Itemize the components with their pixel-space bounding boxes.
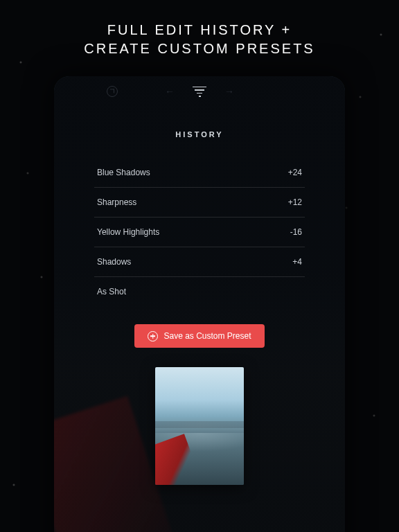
history-row-label: As Shot xyxy=(97,287,126,296)
top-toolbar: ← → xyxy=(54,76,345,107)
marketing-headline: FULL EDIT HISTORY + CREATE CUSTOM PRESET… xyxy=(0,21,399,58)
history-row-value: +4 xyxy=(292,257,302,267)
history-row-label: Sharpness xyxy=(97,197,136,207)
history-row-label: Blue Shadows xyxy=(97,168,150,177)
history-row[interactable]: Sharpness +12 xyxy=(94,188,305,218)
history-list: Blue Shadows +24 Sharpness +12 Yellow Hi… xyxy=(94,158,305,306)
history-row-label: Shadows xyxy=(97,257,131,267)
headline-line-1: FULL EDIT HISTORY + xyxy=(0,21,399,39)
timer-icon[interactable] xyxy=(107,86,118,97)
history-row[interactable]: Shadows +4 xyxy=(94,247,305,277)
history-row-value: -16 xyxy=(290,227,302,237)
plus-circle-icon xyxy=(148,331,158,342)
undo-arrow-icon[interactable]: ← xyxy=(165,86,175,97)
adjustments-icon[interactable] xyxy=(193,87,206,97)
history-row[interactable]: As Shot xyxy=(94,277,305,306)
history-row-value: +12 xyxy=(288,197,302,207)
preview-thumbnail[interactable] xyxy=(155,367,244,485)
thumbnail-water-region xyxy=(155,433,244,485)
history-section-title: HISTORY xyxy=(54,130,345,139)
redo-arrow-icon[interactable]: → xyxy=(224,86,234,97)
device-frame: ← → HISTORY Blue Shadows +24 Sharpness +… xyxy=(54,76,345,532)
history-row-value: +24 xyxy=(288,168,302,177)
headline-line-2: CREATE CUSTOM PRESETS xyxy=(0,39,399,58)
history-row[interactable]: Blue Shadows +24 xyxy=(94,158,305,188)
history-row-label: Yellow Highlights xyxy=(97,227,159,237)
history-row[interactable]: Yellow Highlights -16 xyxy=(94,218,305,247)
save-button-label: Save as Custom Preset xyxy=(163,331,251,341)
save-custom-preset-button[interactable]: Save as Custom Preset xyxy=(134,324,265,348)
